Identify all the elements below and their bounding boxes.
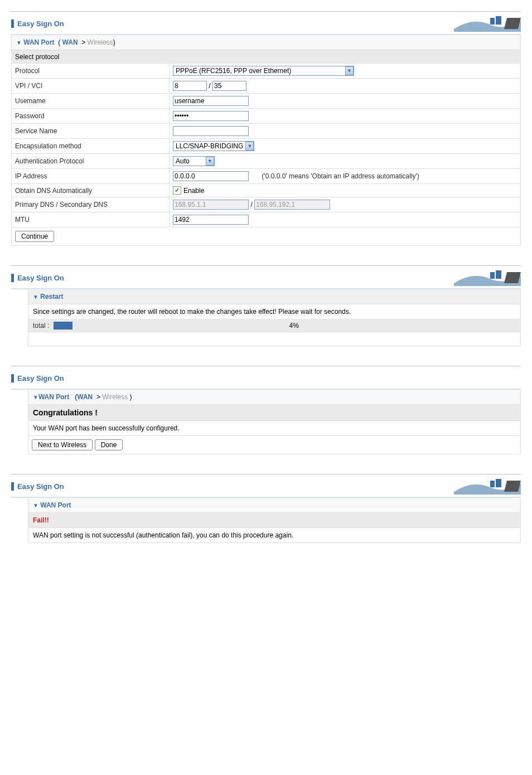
auth-protocol-select[interactable]: Auto ▼ <box>173 156 215 166</box>
panel-congrats: Easy Sign On ▼WAN Port (WAN > Wireless )… <box>11 366 521 454</box>
chevron-down-icon: ▼ <box>33 502 38 508</box>
panel-header: Easy Sign On <box>11 266 521 289</box>
panel-protocol-config: Easy Sign On ▼ WAN Port ( WAN > Wireless… <box>11 11 521 246</box>
table-row: VPI / VCI / <box>12 79 521 94</box>
fail-content: ▼ WAN Port Fail!! WAN port setting is no… <box>11 498 521 543</box>
table-row: Encapsulation method LLC/SNAP-BRIDGING ▼ <box>12 139 521 154</box>
button-row: Next to Wireless Done <box>28 436 521 454</box>
config-table: Select protocol Protocol PPPoE (RFC2516,… <box>11 50 521 227</box>
primary-dns-input <box>173 200 249 210</box>
protocol-value: PPPoE (RFC2516, PPP over Ethernet) <box>173 66 345 75</box>
service-name-label: Service Name <box>12 124 170 139</box>
panel-title: Easy Sign On <box>11 482 64 491</box>
chevron-down-icon: ▼ <box>245 142 254 151</box>
progress-percent: 4% <box>289 322 299 330</box>
vpi-input[interactable] <box>173 81 207 91</box>
enable-label: Enable <box>183 187 204 195</box>
congrats-content: ▼WAN Port (WAN > Wireless ) Congratulati… <box>11 390 521 454</box>
chevron-down-icon: ▼ <box>206 157 214 166</box>
table-row: Authentication Protocol Auto ▼ <box>12 154 521 169</box>
fail-header-row: Fail!! <box>28 513 521 528</box>
breadcrumb-wan-port[interactable]: WAN Port <box>38 393 69 401</box>
table-row: Primary DNS / Secondary DNS / <box>12 197 521 212</box>
vpi-vci-sep: / <box>209 82 210 90</box>
restart-subheader: ▼ Restart <box>28 289 521 304</box>
panel-header: Easy Sign On <box>11 366 521 390</box>
table-row: Password <box>12 109 521 124</box>
progress-row: total : 4% <box>28 319 521 332</box>
empty-row <box>28 332 521 346</box>
svg-rect-2 <box>490 272 495 279</box>
table-row: Obtain DNS Automatically ✓ Enable <box>12 184 521 197</box>
svg-rect-1 <box>496 16 501 25</box>
next-to-wireless-button[interactable]: Next to Wireless <box>32 439 93 451</box>
panel-title: Easy Sign On <box>11 20 64 28</box>
secondary-dns-input <box>254 200 330 210</box>
breadcrumb-wireless[interactable]: Wireless <box>102 393 128 401</box>
panel-restart: Easy Sign On ▼ Restart Since settings ar… <box>11 265 521 346</box>
vci-input[interactable] <box>212 81 246 91</box>
obtain-dns-label: Obtain DNS Automatically <box>12 184 170 197</box>
table-row: Protocol PPPoE (RFC2516, PPP over Ethern… <box>12 64 521 79</box>
enable-checkbox[interactable]: ✓ Enable <box>173 186 204 195</box>
encapsulation-value: LLC/SNAP-BRIDGING <box>173 142 245 151</box>
encapsulation-label: Encapsulation method <box>12 139 170 154</box>
vpi-vci-label: VPI / VCI <box>12 79 170 94</box>
panel-title: Easy Sign On <box>11 274 64 282</box>
table-group-header: Select protocol <box>12 51 521 64</box>
breadcrumb-wan-port[interactable]: WAN Port <box>23 38 54 46</box>
panel-header: Easy Sign On <box>11 474 521 498</box>
service-name-input[interactable] <box>173 126 249 136</box>
chevron-down-icon: ▼ <box>33 294 38 300</box>
username-label: Usemame <box>12 94 170 109</box>
restart-message: Since settings are changed, the router w… <box>28 304 521 319</box>
checkmark-icon: ✓ <box>173 186 181 195</box>
svg-rect-3 <box>496 270 501 279</box>
ip-address-label: IP Address <box>12 169 170 184</box>
panel-fail: Easy Sign On ▼ WAN Port Fail!! WAN port … <box>11 474 521 543</box>
ip-address-hint: ('0.0.0.0' means 'Obtain an IP address a… <box>262 172 419 180</box>
username-input[interactable] <box>173 96 249 106</box>
select-protocol-header: Select protocol <box>12 51 521 64</box>
brand-logo <box>454 269 521 286</box>
progress-bar: 4% <box>54 322 516 330</box>
brand-logo <box>454 478 521 495</box>
congrats-message: Your WAN port has been successfully conf… <box>28 421 521 436</box>
dns-sep: / <box>250 201 252 209</box>
password-input[interactable] <box>173 111 249 121</box>
table-row: IP Address ('0.0.0.0' means 'Obtain an I… <box>12 169 521 184</box>
restart-header: Restart <box>40 293 63 301</box>
protocol-label: Protocol <box>12 64 170 79</box>
table-row: Usemame <box>12 94 521 109</box>
continue-button[interactable]: Continue <box>15 231 54 242</box>
progress-fill <box>54 322 72 330</box>
panel-title: Easy Sign On <box>11 374 64 382</box>
svg-rect-4 <box>490 481 495 487</box>
mtu-input[interactable] <box>173 215 249 225</box>
breadcrumb-wireless[interactable]: Wireless <box>88 38 113 46</box>
breadcrumb-wan[interactable]: WAN <box>62 38 78 46</box>
wan-port-header: WAN Port <box>40 501 71 509</box>
button-row: Continue <box>11 227 521 246</box>
progress-label: total : <box>33 322 49 330</box>
done-button[interactable]: Done <box>95 439 123 451</box>
protocol-select[interactable]: PPPoE (RFC2516, PPP over Ethernet) ▼ <box>173 66 354 76</box>
fail-message: WAN port setting is not successful (auth… <box>28 528 521 543</box>
brand-logo <box>454 15 521 32</box>
encapsulation-select[interactable]: LLC/SNAP-BRIDGING ▼ <box>173 141 254 151</box>
auth-protocol-value: Auto <box>173 157 206 166</box>
auth-protocol-label: Authentication Protocol <box>12 154 170 169</box>
dns-label: Primary DNS / Secondary DNS <box>12 197 170 212</box>
fail-subheader: ▼ WAN Port <box>28 498 521 513</box>
svg-rect-0 <box>490 18 495 25</box>
panel-header: Easy Sign On <box>11 12 521 35</box>
table-row: MTU <box>12 212 521 227</box>
breadcrumb: ▼WAN Port (WAN > Wireless ) <box>28 390 521 405</box>
restart-content: ▼ Restart Since settings are changed, th… <box>11 289 521 346</box>
chevron-down-icon: ▼ <box>33 394 38 400</box>
mtu-label: MTU <box>12 212 170 227</box>
breadcrumb-wan[interactable]: WAN <box>77 393 93 401</box>
svg-rect-5 <box>496 479 501 487</box>
ip-address-input[interactable] <box>173 171 249 181</box>
breadcrumb: ▼ WAN Port ( WAN > Wireless) <box>11 35 521 50</box>
